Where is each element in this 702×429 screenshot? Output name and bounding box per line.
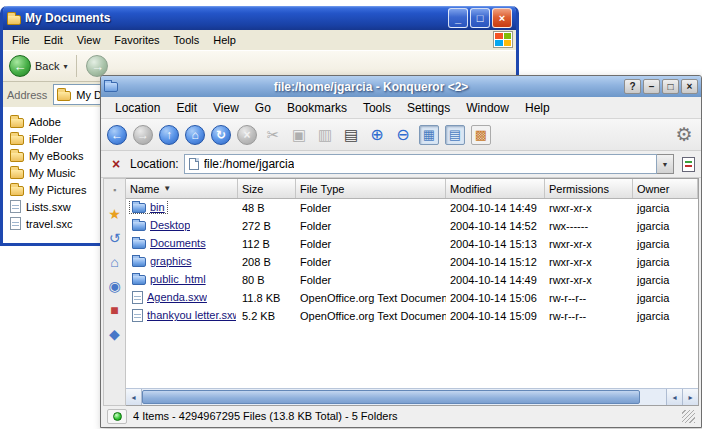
xp-menu-file[interactable]: File bbox=[5, 32, 37, 48]
copy-icon[interactable]: ▣ bbox=[287, 123, 311, 147]
column-header-owner[interactable]: Owner bbox=[633, 179, 698, 198]
menu-bookmarks[interactable]: Bookmarks bbox=[279, 99, 355, 117]
file-name-link[interactable]: graphics bbox=[150, 255, 192, 267]
windows-logo-quadrant bbox=[495, 40, 503, 46]
network-icon[interactable]: ◉ bbox=[106, 277, 124, 295]
xp-menu-help[interactable]: Help bbox=[206, 32, 243, 48]
table-row[interactable]: bin48 BFolder2004-10-14 14:49rwxr-xr-xjg… bbox=[126, 199, 698, 217]
xp-titlebar[interactable]: My Documents _ □ × bbox=[3, 6, 516, 30]
zoom-out-icon[interactable]: ⊖ bbox=[391, 123, 415, 147]
folder-icon bbox=[10, 118, 24, 128]
stop-icon[interactable]: × bbox=[235, 123, 259, 147]
zoom-in-icon[interactable]: ⊕ bbox=[365, 123, 389, 147]
folder-icon bbox=[132, 257, 146, 267]
xp-menu-items: FileEditViewFavoritesToolsHelp bbox=[5, 32, 243, 48]
xp-toolbar-separator bbox=[76, 55, 77, 77]
detailed-list-view-icon[interactable]: ▤ bbox=[443, 123, 467, 147]
file-name-link[interactable]: Documents bbox=[150, 237, 206, 249]
column-header-name[interactable]: Name▼ bbox=[126, 179, 238, 198]
table-row[interactable]: public_html80 BFolder2004-10-14 14:49rwx… bbox=[126, 271, 698, 289]
column-header-permissions[interactable]: Permissions bbox=[545, 179, 633, 198]
xp-menu-favorites[interactable]: Favorites bbox=[107, 32, 166, 48]
table-row[interactable]: thankyou letter.sxw5.2 KBOpenOffice.org … bbox=[126, 307, 698, 325]
table-row[interactable]: graphics208 BFolder2004-10-14 15:12rwxr-… bbox=[126, 253, 698, 271]
column-label: File Type bbox=[300, 183, 344, 195]
sidebar-config-icon[interactable]: ▪ bbox=[106, 181, 124, 199]
file-name-link[interactable]: public_html bbox=[150, 273, 206, 285]
icon-view-icon[interactable]: ▦ bbox=[417, 123, 441, 147]
thumbnail-view-icon[interactable]: ▩ bbox=[469, 123, 493, 147]
sort-indicator-icon: ▼ bbox=[163, 184, 171, 193]
paste-icon[interactable]: ▥ bbox=[313, 123, 337, 147]
horizontal-scrollbar[interactable]: ◂ ◂ ▸ bbox=[126, 388, 698, 405]
xp-minimize-button[interactable]: _ bbox=[448, 8, 468, 28]
cell: 2004-10-14 14:52 bbox=[446, 220, 545, 232]
forward-icon[interactable]: → bbox=[131, 123, 155, 147]
xp-close-button[interactable]: × bbox=[492, 8, 512, 28]
scroll-left-button-2[interactable]: ◂ bbox=[666, 389, 682, 405]
xp-back-dropdown-icon[interactable]: ▾ bbox=[63, 62, 67, 71]
print-icon[interactable]: ▤ bbox=[339, 123, 363, 147]
column-header-file-type[interactable]: File Type bbox=[296, 179, 446, 198]
back-icon[interactable]: ← bbox=[105, 123, 129, 147]
cell: jgarcia bbox=[633, 220, 698, 232]
document-icon bbox=[132, 309, 143, 322]
page-status-icon[interactable] bbox=[682, 157, 695, 172]
column-header-size[interactable]: Size bbox=[238, 179, 296, 198]
cell: rwxr-xr-x bbox=[545, 202, 633, 214]
column-header-modified[interactable]: Modified bbox=[446, 179, 545, 198]
menu-help[interactable]: Help bbox=[517, 99, 558, 117]
file-name-link[interactable]: Agenda.sxw bbox=[147, 291, 207, 303]
scrollbar-thumb[interactable] bbox=[142, 390, 640, 404]
cell: Folder bbox=[296, 238, 446, 250]
clear-location-icon[interactable]: × bbox=[107, 155, 125, 173]
kq-help-button[interactable]: ? bbox=[624, 79, 641, 94]
xp-menu-view[interactable]: View bbox=[70, 32, 108, 48]
column-label: Permissions bbox=[549, 183, 609, 195]
reload-icon[interactable]: ↻ bbox=[209, 123, 233, 147]
root-folder-icon[interactable]: ■ bbox=[106, 301, 124, 319]
xp-back-label[interactable]: Back bbox=[35, 60, 59, 72]
menu-edit[interactable]: Edit bbox=[168, 99, 205, 117]
xp-maximize-button[interactable]: □ bbox=[470, 8, 490, 28]
up-icon[interactable]: ↑ bbox=[157, 123, 181, 147]
column-label: Size bbox=[242, 183, 263, 195]
menu-tools[interactable]: Tools bbox=[355, 99, 399, 117]
scrollbar-track[interactable] bbox=[640, 389, 666, 405]
table-row[interactable]: Desktop272 BFolder2004-10-14 14:52rwx---… bbox=[126, 217, 698, 235]
menu-view[interactable]: View bbox=[205, 99, 247, 117]
xp-back-icon[interactable]: ← bbox=[9, 55, 31, 77]
scroll-left-button[interactable]: ◂ bbox=[126, 389, 142, 405]
menu-location[interactable]: Location bbox=[107, 99, 168, 117]
table-row[interactable]: Agenda.sxw11.8 KBOpenOffice.org Text Doc… bbox=[126, 289, 698, 307]
location-label: Location: bbox=[130, 157, 179, 171]
kq-maximize-button[interactable]: □ bbox=[662, 79, 679, 94]
menu-settings[interactable]: Settings bbox=[399, 99, 458, 117]
menu-window[interactable]: Window bbox=[458, 99, 517, 117]
menu-go[interactable]: Go bbox=[247, 99, 279, 117]
file-name-link[interactable]: bin bbox=[150, 201, 165, 213]
toolbar-icons: ←→↑⌂↻×✂▣▥▤⊕⊖▦▤▩ bbox=[105, 123, 493, 147]
file-name-link[interactable]: Desktop bbox=[150, 219, 190, 231]
history-icon[interactable]: ↺ bbox=[106, 229, 124, 247]
table-row[interactable]: Documents112 BFolder2004-10-14 15:13rwxr… bbox=[126, 235, 698, 253]
home-folder-icon[interactable]: ⌂ bbox=[106, 253, 124, 271]
cell: jgarcia bbox=[633, 202, 698, 214]
xp-forward-icon[interactable]: → bbox=[86, 55, 108, 77]
xp-menu-edit[interactable]: Edit bbox=[37, 32, 70, 48]
konqueror-titlebar[interactable]: file:/home/jgarcia - Konqueror <2> ? – □… bbox=[101, 76, 701, 97]
xp-window-title: My Documents bbox=[25, 11, 444, 25]
scroll-right-button[interactable]: ▸ bbox=[682, 389, 698, 405]
cell: 2004-10-14 15:06 bbox=[446, 292, 545, 304]
cut-icon[interactable]: ✂ bbox=[261, 123, 285, 147]
kq-minimize-button[interactable]: – bbox=[643, 79, 660, 94]
file-name-link[interactable]: thankyou letter.sxw bbox=[147, 309, 236, 321]
kq-close-button[interactable]: × bbox=[681, 79, 698, 94]
xp-menu-tools[interactable]: Tools bbox=[167, 32, 207, 48]
home-icon[interactable]: ⌂ bbox=[183, 123, 207, 147]
services-icon[interactable]: ◆ bbox=[106, 325, 124, 343]
resize-grip[interactable] bbox=[682, 410, 695, 423]
location-dropdown-button[interactable]: ▼ bbox=[657, 154, 674, 174]
bookmarks-icon[interactable]: ★ bbox=[106, 205, 124, 223]
location-input[interactable]: file:/home/jgarcia bbox=[184, 154, 657, 174]
